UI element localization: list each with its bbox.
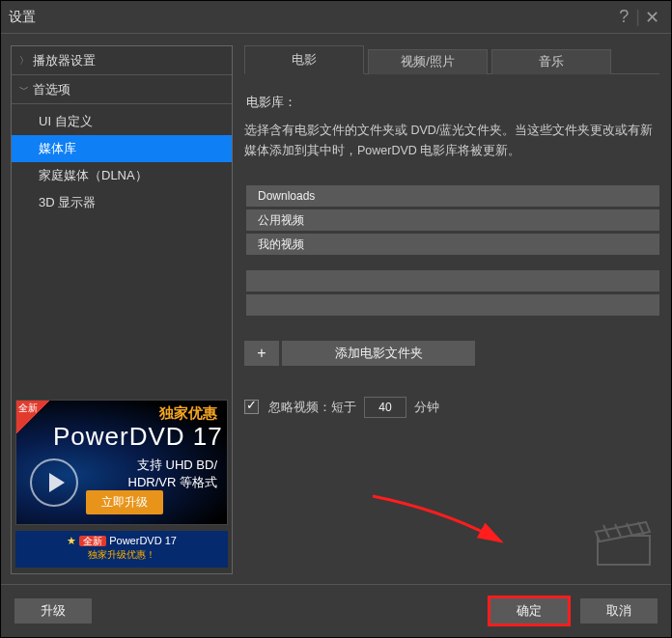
promo-upgrade-button[interactable]: 立即升级 bbox=[86, 490, 163, 514]
clapperboard-icon bbox=[594, 518, 654, 569]
promo-exclusive: 独家优惠 bbox=[159, 404, 217, 423]
sidebar: 〉 播放器设置 ﹀ 首选项 UI 自定义媒体库家庭媒体（DLNA）3D 显示器 … bbox=[11, 45, 233, 574]
sidebar-group-player[interactable]: 〉 播放器设置 bbox=[12, 46, 232, 75]
tab[interactable]: 视频/照片 bbox=[368, 49, 488, 74]
ignore-label-post: 分钟 bbox=[414, 399, 439, 416]
chevron-down-icon: ﹀ bbox=[19, 83, 33, 97]
ignore-label-pre: 忽略视频：短于 bbox=[268, 399, 356, 416]
tab[interactable]: 音乐 bbox=[491, 49, 611, 74]
new-badge: 全新 bbox=[16, 401, 49, 433]
star-icon: ★ bbox=[67, 535, 76, 546]
section-description: 选择含有电影文件的文件夹或 DVD/蓝光文件夹。当这些文件夹更改或有新媒体添加到… bbox=[244, 121, 659, 162]
sidebar-group-preferences[interactable]: ﹀ 首选项 bbox=[12, 75, 232, 104]
add-folder-plus[interactable]: + bbox=[244, 341, 279, 366]
folder-row[interactable]: 公用视频 bbox=[246, 209, 659, 231]
sidebar-group-label: 播放器设置 bbox=[33, 52, 96, 69]
ignore-value-input[interactable] bbox=[364, 397, 406, 418]
play-icon bbox=[30, 458, 78, 507]
promo-banner[interactable]: 全新 独家优惠 PowerDVD 17 支持 UHD BD/ HDR/VR 等格… bbox=[15, 400, 228, 525]
add-folder-button[interactable]: 添加电影文件夹 bbox=[282, 341, 475, 366]
section-title: 电影库： bbox=[246, 94, 659, 111]
promo-small[interactable]: ★ 全新 PowerDVD 17 独家升级优惠！ bbox=[15, 531, 228, 568]
sidebar-item[interactable]: 3D 显示器 bbox=[12, 189, 232, 216]
promo-product: PowerDVD 17 bbox=[53, 422, 223, 452]
promo-sub2: HDR/VR 等格式 bbox=[128, 474, 217, 491]
window-title: 设置 bbox=[9, 9, 612, 26]
upgrade-button[interactable]: 升级 bbox=[14, 598, 92, 624]
folder-row[interactable]: 我的视频 bbox=[246, 234, 659, 255]
sidebar-item[interactable]: 媒体库 bbox=[12, 135, 232, 162]
help-button[interactable]: ? bbox=[612, 7, 635, 27]
chevron-right-icon: 〉 bbox=[19, 54, 33, 68]
close-button[interactable]: ✕ bbox=[640, 7, 663, 28]
folder-row-empty bbox=[246, 270, 659, 291]
folder-row[interactable]: Downloads bbox=[246, 185, 659, 207]
ok-button[interactable]: 确定 bbox=[490, 598, 568, 624]
cancel-button[interactable]: 取消 bbox=[580, 598, 658, 624]
tab[interactable]: 电影 bbox=[244, 45, 364, 74]
folder-row-empty bbox=[246, 294, 659, 316]
sidebar-group-label: 首选项 bbox=[33, 81, 70, 98]
promo-sub1: 支持 UHD BD/ bbox=[137, 457, 217, 474]
sidebar-item[interactable]: 家庭媒体（DLNA） bbox=[12, 162, 232, 189]
sidebar-item[interactable]: UI 自定义 bbox=[12, 108, 232, 135]
ignore-checkbox[interactable] bbox=[244, 400, 259, 414]
ok-highlight: 确定 bbox=[488, 596, 571, 626]
